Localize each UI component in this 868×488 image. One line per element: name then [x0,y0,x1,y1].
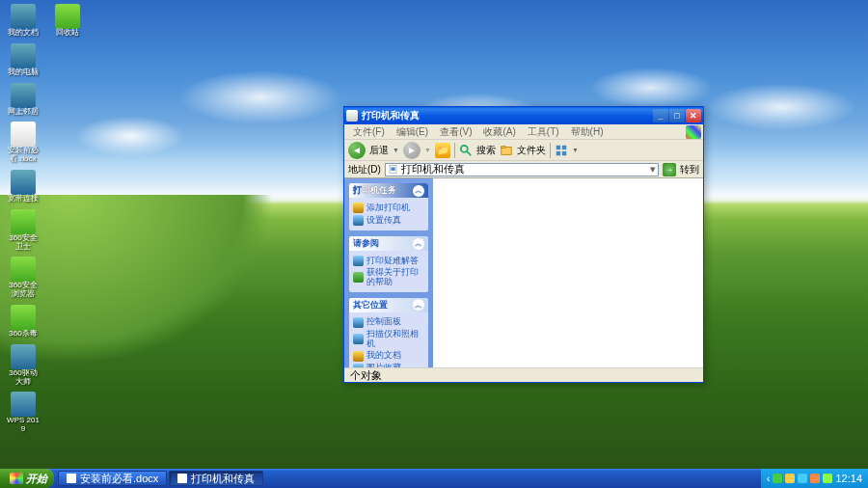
panel-body: 打印疑难解答获得关于打印的帮助 [349,251,428,292]
task-link[interactable]: 控制面板 [353,316,424,329]
start-label: 开始 [26,472,47,486]
collapse-icon[interactable]: ︽ [413,185,424,197]
desktop-icon[interactable]: 我的电脑 [4,41,42,79]
titlebar[interactable]: 打印机和传真 _ □ ✕ [344,107,703,124]
toolbar-sep [454,143,455,158]
task-label: 添加打印机 [366,203,410,213]
up-button[interactable]: 📁 [435,143,450,158]
svg-point-0 [461,145,468,151]
desktop-icon[interactable]: 网上邻居 [4,81,42,119]
panel-header[interactable]: 其它位置︽ [349,298,428,312]
desktop-icon-label: 360安全卫士 [6,234,41,252]
desktop-icon[interactable]: 宽带连接 [4,168,42,205]
search-button-label[interactable]: 搜索 [476,144,496,157]
task-link[interactable]: 打印疑难解答 [353,255,424,267]
back-dropdown[interactable]: ▼ [393,147,399,153]
taskbar-button[interactable]: 安装前必看.docx [58,471,167,486]
menu-item[interactable]: 工具(T) [523,124,564,140]
desktop-icon[interactable]: WPS 2019 [4,390,42,436]
desktop-icon[interactable]: 360安全浏览器 [4,255,42,301]
menu-item[interactable]: 文件(F) [348,124,390,140]
tray-expand-icon[interactable]: ‹ [767,473,771,484]
svg-rect-3 [502,146,505,148]
task-link[interactable]: 我的文档 [353,350,424,363]
desktop-icon-label: 我的电脑 [8,68,39,77]
collapse-icon[interactable]: ︽ [413,238,424,250]
views-icon[interactable] [555,144,568,157]
forward-button[interactable]: ► [403,142,420,159]
go-label[interactable]: 转到 [680,163,699,176]
desktop-icon-image [11,122,36,147]
tray-icon[interactable] [773,474,782,483]
system-tray[interactable]: ‹ 12:14 [761,469,868,488]
desktop-icon[interactable]: 安装前必看.docx [4,120,42,166]
panel-title: 请参阅 [353,237,413,250]
menu-item[interactable]: 帮助(H) [566,124,609,140]
panel-header[interactable]: 打印机任务︽ [349,183,428,198]
search-icon[interactable] [459,144,473,157]
desktop-icon-image [11,170,36,195]
task-link[interactable]: 设置传真 [353,214,424,227]
window-body: 打印机任务︽添加打印机设置传真请参阅︽打印疑难解答获得关于打印的帮助其它位置︽控… [344,178,703,367]
task-icon [353,215,364,226]
menu-item[interactable]: 查看(V) [435,124,476,140]
task-link[interactable]: 获得关于打印的帮助 [353,267,424,288]
desktop-icon[interactable]: 360杀毒 [4,303,42,340]
collapse-icon[interactable]: ︽ [413,299,424,311]
tray-icon[interactable] [785,474,795,483]
content-area[interactable] [433,178,703,367]
menu-item[interactable]: 收藏(A) [478,124,520,140]
taskbar: 开始 安装前必看.docx打印机和传真 ‹ 12:14 [0,469,868,488]
toolbar-sep-2 [550,143,551,158]
window-title: 打印机和传真 [362,109,653,122]
desktop-icon-image [11,209,36,234]
taskbar-button-icon [177,474,187,483]
panel-header[interactable]: 请参阅︽ [349,236,428,251]
forward-dropdown[interactable]: ▼ [424,147,431,153]
tasks-sidebar: 打印机任务︽添加打印机设置传真请参阅︽打印疑难解答获得关于打印的帮助其它位置︽控… [344,178,433,367]
desktop-icon[interactable]: 360驱动大师 [4,342,42,389]
taskbar-button[interactable]: 打印机和传真 [169,471,263,486]
desktop-icon[interactable]: 我的文档 [4,2,42,40]
taskbar-button-icon [67,474,76,483]
desktop[interactable]: 我的文档我的电脑网上邻居安装前必看.docx宽带连接360安全卫士360安全浏览… [0,0,868,488]
task-icon [353,317,364,328]
statusbar: 个对象 [344,367,703,382]
menu-item[interactable]: 编辑(E) [392,124,433,140]
toolbar: ◄ 后退 ▼ ► ▼ 📁 搜索 文件夹 ▼ [344,140,703,161]
explorer-window: 打印机和传真 _ □ ✕ 文件(F)编辑(E)查看(V)收藏(A)工具(T)帮助… [343,106,704,383]
tray-icon[interactable] [823,474,832,483]
desktop-icon-label: 360安全浏览器 [6,282,41,299]
tray-icon[interactable] [798,474,807,483]
folders-icon[interactable] [500,144,513,157]
task-link[interactable]: 添加打印机 [353,202,424,214]
address-input[interactable]: 打印机和传真 ▾ [385,163,659,176]
panel-title: 打印机任务 [353,184,413,197]
minimize-button[interactable]: _ [653,109,668,122]
windows-flag-icon [10,473,23,484]
tray-icon[interactable] [810,474,820,483]
address-dropdown[interactable]: ▾ [650,163,656,176]
taskbar-button-label: 安装前必看.docx [80,472,158,486]
taskbar-button-label: 打印机和传真 [191,472,255,486]
tasks-panel: 打印机任务︽添加打印机设置传真 [349,183,428,230]
tasks-panel: 请参阅︽打印疑难解答获得关于打印的帮助 [349,236,428,292]
desktop-icon[interactable]: 360安全卫士 [4,207,42,254]
task-link[interactable]: 扫描仪和照相机 [353,329,424,350]
maximize-button[interactable]: □ [669,109,685,122]
panel-title: 其它位置 [353,299,413,312]
window-icon [346,110,358,122]
go-button[interactable]: → [663,163,676,176]
desktop-icon-image [11,83,36,108]
folders-button-label[interactable]: 文件夹 [517,144,546,157]
desktop-icon-image [11,392,36,417]
clock[interactable]: 12:14 [835,473,862,484]
start-button[interactable]: 开始 [0,469,54,488]
desktop-icon-image [11,43,36,68]
addressbar: 地址(D) 打印机和传真 ▾ → 转到 [344,161,703,178]
back-button[interactable]: ◄ [348,142,366,159]
desktop-icon[interactable]: 回收站 [48,2,87,40]
close-button[interactable]: ✕ [686,109,701,122]
desktop-icon-label: 我的文档 [8,29,39,38]
views-dropdown[interactable]: ▼ [572,147,579,153]
